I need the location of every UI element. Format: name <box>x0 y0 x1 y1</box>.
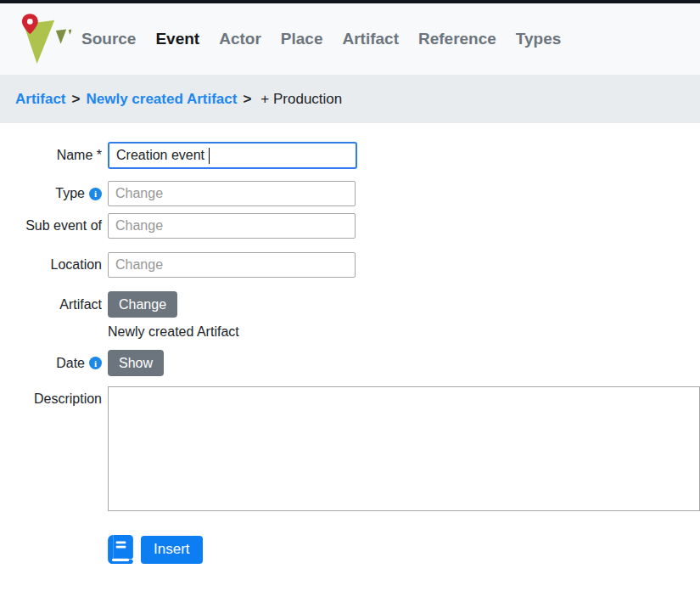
nav-item-actor[interactable]: Actor <box>219 30 261 48</box>
artifact-change-button[interactable]: Change <box>108 291 177 318</box>
nav-item-event[interactable]: Event <box>155 30 199 48</box>
openatlas-logo[interactable] <box>15 12 71 66</box>
nav-item-reference[interactable]: Reference <box>418 30 496 48</box>
nav-item-artifact[interactable]: Artifact <box>342 30 399 48</box>
description-textarea[interactable] <box>108 386 700 511</box>
location-input[interactable] <box>108 252 356 278</box>
date-label-text: Date <box>56 356 85 371</box>
description-field-row: Description <box>14 386 700 511</box>
manual-book-icon[interactable] <box>108 535 133 564</box>
breadcrumb-separator: > <box>243 91 251 108</box>
sub-event-field-row: Sub event of <box>14 213 700 239</box>
info-icon[interactable]: i <box>89 188 102 200</box>
breadcrumb-current-page: + Production <box>260 91 342 108</box>
info-icon[interactable]: i <box>89 357 102 369</box>
type-field-row: Type i <box>14 181 700 206</box>
artifact-selected-value: Newly created Artifact <box>108 324 700 340</box>
insert-button[interactable]: Insert <box>141 536 203 564</box>
artifact-label: Artifact <box>14 297 102 312</box>
form-actions: Insert <box>108 535 700 564</box>
location-field-row: Location <box>14 252 700 278</box>
top-navbar: Source Event Actor Place Artifact Refere… <box>0 3 700 75</box>
type-label-text: Type <box>55 186 85 201</box>
type-input[interactable] <box>108 181 356 206</box>
artifact-field-row: Artifact Change <box>14 291 700 318</box>
name-input[interactable] <box>108 142 357 169</box>
location-label: Location <box>14 257 102 273</box>
date-show-button[interactable]: Show <box>108 350 164 376</box>
sub-event-input[interactable] <box>108 213 356 239</box>
breadcrumb: Artifact > Newly created Artifact > + Pr… <box>0 75 700 123</box>
nav-item-types[interactable]: Types <box>516 30 562 48</box>
date-label: Date i <box>14 356 102 371</box>
nav-menu: Source Event Actor Place Artifact Refere… <box>81 30 561 48</box>
description-label: Description <box>14 391 102 407</box>
nav-item-place[interactable]: Place <box>281 30 323 48</box>
name-label: Name * <box>14 148 102 163</box>
text-caret <box>209 148 210 164</box>
name-field-row: Name * <box>14 142 700 169</box>
sub-event-label: Sub event of <box>14 218 102 234</box>
event-form: Name * Type i Sub event of Location Arti… <box>0 123 700 564</box>
nav-item-source[interactable]: Source <box>81 30 136 48</box>
breadcrumb-link-artifact[interactable]: Artifact <box>15 91 66 108</box>
breadcrumb-link-newly-created-artifact[interactable]: Newly created Artifact <box>86 91 237 108</box>
date-field-row: Date i Show <box>14 350 700 376</box>
breadcrumb-separator: > <box>72 91 81 108</box>
type-label: Type i <box>14 186 102 201</box>
